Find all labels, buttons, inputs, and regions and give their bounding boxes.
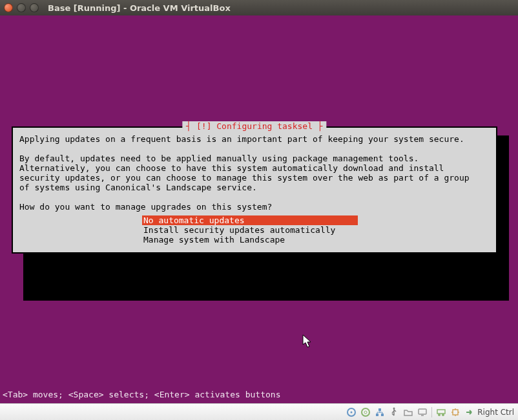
usb-icon[interactable]	[389, 407, 399, 417]
display-icon[interactable]	[417, 407, 428, 417]
recording-icon[interactable]	[436, 407, 446, 417]
svg-rect-11	[437, 410, 445, 414]
key-hint: <Tab> moves; <Space> selects; <Enter> ac…	[3, 390, 280, 399]
optical-icon[interactable]	[360, 407, 371, 417]
cpu-icon[interactable]	[450, 407, 461, 417]
shared-folder-icon[interactable]	[403, 407, 413, 417]
svg-rect-12	[453, 410, 458, 415]
vb-statusbar: Right Ctrl	[0, 403, 518, 420]
minimize-icon[interactable]	[17, 3, 26, 12]
svg-rect-4	[376, 414, 378, 416]
svg-point-1	[351, 411, 353, 413]
dialog-body: Applying updates on a frequent basis is …	[19, 134, 490, 212]
tasksel-dialog: ┤ [!] Configuring tasksel ├ Applying upd…	[12, 126, 497, 254]
option-no-automatic-updates[interactable]: No automatic updates	[142, 215, 358, 225]
maximize-icon[interactable]	[30, 3, 39, 12]
svg-point-7	[393, 407, 395, 409]
harddisk-icon[interactable]	[346, 407, 357, 417]
option-manage-with-landscape[interactable]: Manage system with Landscape	[142, 235, 358, 245]
close-icon[interactable]	[4, 3, 13, 12]
dialog-options: No automatic updates Install security up…	[142, 215, 490, 245]
network-icon[interactable]	[375, 407, 385, 417]
cursor-icon	[302, 334, 313, 348]
titlebar: Base [Running] - Oracle VM VirtualBox	[0, 0, 518, 15]
vm-display: ┤ [!] Configuring tasksel ├ Applying upd…	[0, 15, 518, 403]
svg-rect-8	[419, 409, 426, 414]
option-install-security-updates[interactable]: Install security updates automatically	[142, 225, 358, 235]
statusbar-separator	[431, 407, 432, 417]
window-title: Base [Running] - Oracle VM VirtualBox	[48, 3, 231, 13]
svg-rect-6	[378, 408, 381, 411]
svg-point-3	[364, 411, 367, 414]
host-key-label: Right Ctrl	[477, 408, 514, 417]
hostkey-arrow-icon	[464, 407, 475, 417]
host-key-indicator: Right Ctrl	[464, 407, 514, 417]
svg-rect-5	[381, 414, 384, 416]
dialog-title: ┤ [!] Configuring tasksel ├	[182, 121, 326, 131]
